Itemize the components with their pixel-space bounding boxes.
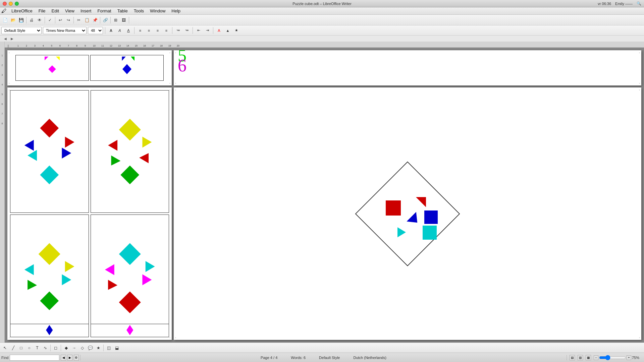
indent-increase-btn[interactable]: ⇥ xyxy=(204,27,211,34)
menu-window[interactable]: Window xyxy=(147,8,168,14)
view-mode-3[interactable]: ▦ xyxy=(586,355,591,360)
align-right-btn[interactable]: ≡ xyxy=(154,27,161,34)
find-toolbar: Find ◀ ▶ ⚙ xyxy=(0,355,80,361)
draw-text-btn[interactable]: T xyxy=(34,344,41,352)
view-mode-1[interactable]: ▤ xyxy=(570,355,575,360)
spellcheck-btn[interactable]: ✓ xyxy=(46,16,54,24)
menu-tools[interactable]: Tools xyxy=(131,8,147,14)
menu-libreoffice[interactable]: LibreOffice xyxy=(9,8,35,14)
table-btn[interactable]: ⊞ xyxy=(112,16,119,24)
new-btn[interactable]: 📄 xyxy=(1,16,9,24)
align-left-btn[interactable]: ≡ xyxy=(137,27,144,34)
draw-3d-btn[interactable]: ◻ xyxy=(52,344,59,352)
list-unordered-btn[interactable]: ≔ xyxy=(174,27,182,34)
svg-rect-38 xyxy=(423,226,437,240)
partial-card-2 xyxy=(91,324,169,337)
draw-extrude-btn[interactable]: ⬓ xyxy=(113,344,120,352)
align-justify-btn[interactable]: ≡ xyxy=(163,27,170,34)
indent-decrease-btn[interactable]: ⇤ xyxy=(195,27,202,34)
align-center-btn[interactable]: ≡ xyxy=(145,27,153,34)
draw-shapes-btn[interactable]: ◆ xyxy=(62,344,70,352)
undo-btn[interactable]: ↩ xyxy=(57,16,64,24)
sep5 xyxy=(100,17,100,23)
page-main: + + + + xyxy=(7,87,172,340)
sep2 xyxy=(45,17,45,23)
draw-ellipse-btn[interactable]: ○ xyxy=(25,344,33,352)
style-dropdown[interactable]: Default Style xyxy=(1,27,42,34)
zoom-slider[interactable] xyxy=(599,356,626,360)
menu-help[interactable]: Help xyxy=(169,8,183,14)
char-bg-btn[interactable]: ★ xyxy=(233,27,240,34)
draw-flowchart-btn[interactable]: ◇ xyxy=(78,344,86,352)
svg-marker-13 xyxy=(108,140,117,151)
svg-marker-20 xyxy=(65,261,74,272)
underline-btn[interactable]: A xyxy=(125,27,132,34)
status-bar: Find ◀ ▶ ⚙ Page 4 / 4 Words: 6 Default S… xyxy=(0,353,644,362)
menu-insert[interactable]: Insert xyxy=(78,8,94,14)
font-dropdown[interactable]: Times New Roma xyxy=(43,27,87,34)
svg-marker-9 xyxy=(28,150,37,161)
close-button[interactable] xyxy=(3,2,7,6)
page-right-top: + + + + 5 6 xyxy=(174,50,641,85)
menu-format[interactable]: Format xyxy=(95,8,114,14)
zoom-in-btn[interactable]: + xyxy=(627,355,631,360)
corner-tr-rt: + xyxy=(639,52,640,54)
paste-btn[interactable]: 📌 xyxy=(91,16,99,24)
preview-btn[interactable]: 👁 xyxy=(36,16,43,24)
image-btn[interactable]: 🖼 xyxy=(120,16,127,24)
font-color-btn[interactable]: A xyxy=(215,27,223,34)
corner-tl-main: + xyxy=(9,89,10,91)
menu-edit[interactable]: Edit xyxy=(49,8,62,14)
svg-marker-25 xyxy=(105,264,114,275)
draw-rect-btn[interactable]: □ xyxy=(17,344,25,352)
save-btn[interactable]: 💾 xyxy=(17,16,25,24)
find-options-btn[interactable]: ⚙ xyxy=(74,355,79,361)
draw-line-btn[interactable]: ╱ xyxy=(9,344,17,352)
draw-shadow-btn[interactable]: ◫ xyxy=(105,344,112,352)
corner-br-rm: + xyxy=(639,337,640,339)
copy-btn[interactable]: 📋 xyxy=(83,16,91,24)
draw-arrows-btn[interactable]: → xyxy=(70,344,78,352)
minimize-button[interactable] xyxy=(9,2,13,6)
open-btn[interactable]: 📂 xyxy=(9,16,17,24)
list-ordered-btn[interactable]: ≔ xyxy=(183,27,191,34)
ruler-mark-6: 6 xyxy=(59,45,68,47)
find-prev-btn[interactable]: ◀ xyxy=(61,355,66,361)
search-icon[interactable]: 🔍 xyxy=(637,1,641,6)
zoom-slider-container: − + 75% xyxy=(594,355,641,360)
draw-curve-btn[interactable]: ∿ xyxy=(42,344,49,352)
svg-marker-26 xyxy=(145,261,155,272)
draw-callout-btn[interactable]: 💬 xyxy=(87,344,94,352)
ruler-mark-9: 9 xyxy=(85,45,93,47)
redo-btn[interactable]: ↪ xyxy=(65,16,72,24)
ruler-mark-20: 20 xyxy=(177,45,185,47)
cut-btn[interactable]: ✂ xyxy=(75,16,83,24)
window-controls[interactable] xyxy=(3,2,19,6)
fmt-sep4 xyxy=(193,27,193,34)
draw-select-btn[interactable]: ↖ xyxy=(1,344,9,352)
nav-back[interactable]: ◀ xyxy=(3,36,8,41)
zoom-out-btn[interactable]: − xyxy=(594,355,598,360)
italic-btn[interactable]: A xyxy=(116,27,123,34)
bold-btn[interactable]: A xyxy=(107,27,115,34)
maximize-button[interactable] xyxy=(15,2,19,6)
view-mode-2[interactable]: ▥ xyxy=(578,355,583,360)
svg-marker-27 xyxy=(108,280,117,290)
fmt-sep1 xyxy=(105,27,105,34)
svg-marker-32 xyxy=(356,162,460,266)
find-next-btn[interactable]: ▶ xyxy=(67,355,72,361)
highlight-btn[interactable]: ▲ xyxy=(224,27,231,34)
draw-toolbar: ↖ ╱ □ ○ T ∿ ◻ ◆ → ◇ 💬 ★ ◫ ⬓ xyxy=(0,343,644,353)
svg-marker-15 xyxy=(111,156,120,166)
menu-file[interactable]: File xyxy=(36,8,48,14)
nav-forward[interactable]: ▶ xyxy=(9,36,15,41)
size-dropdown[interactable]: 48 xyxy=(88,27,103,34)
sep1 xyxy=(26,17,26,23)
print-btn[interactable]: 🖨 xyxy=(28,16,35,24)
menu-table[interactable]: Table xyxy=(115,8,130,14)
find-input[interactable] xyxy=(10,355,59,361)
hyperlink-btn[interactable]: 🔗 xyxy=(102,16,109,24)
corner-tl-rt: + xyxy=(175,52,176,54)
draw-stars-btn[interactable]: ★ xyxy=(95,344,102,352)
menu-view[interactable]: View xyxy=(62,8,77,14)
